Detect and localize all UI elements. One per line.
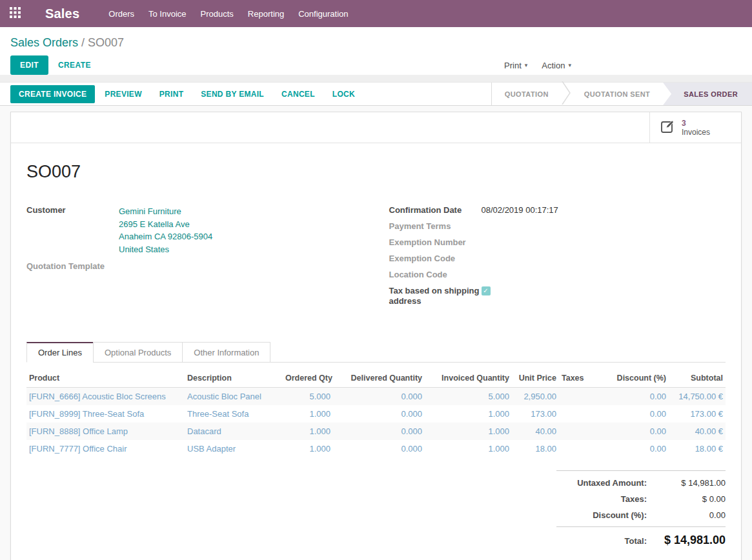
cell-unit-price: 173.00 [512,405,559,423]
button-box: 3 Invoices [11,112,741,143]
cell-ordered-qty: 1.000 [283,423,333,440]
col-discount: Discount (%) [601,369,669,388]
location-code-label: Location Code [389,270,482,280]
create-invoice-button[interactable]: CREATE INVOICE [10,85,95,103]
lock-button[interactable]: LOCK [325,85,363,103]
col-product: Product [26,369,185,388]
navbar-menu: Orders To Invoice Products Reporting Con… [101,0,355,27]
order-line-row[interactable]: [FURN_8888] Office Lamp Datacard 1.000 0… [26,423,726,440]
order-title: SO007 [26,162,726,182]
cell-delivered-qty: 0.000 [333,440,425,457]
tab-optional-products[interactable]: Optional Products [93,342,183,363]
cell-unit-price: 18.00 [512,440,559,457]
action-dropdown[interactable]: Action ▾ [542,61,571,70]
breadcrumb-sales-orders-link[interactable]: Sales Orders [10,36,78,49]
print-button[interactable]: PRINT [152,85,192,103]
cell-ordered-qty: 1.000 [283,405,333,423]
cell-unit-price: 2,950.00 [512,388,559,406]
invoices-stat-button[interactable]: 3 Invoices [649,112,741,143]
breadcrumb-current: SO007 [88,36,124,49]
total-label: Total: [556,536,664,546]
app-name[interactable]: Sales [45,6,79,21]
exemption-number-label: Exemption Number [389,237,482,248]
table-header-row: Product Description Ordered Qty Delivere… [26,369,726,388]
cell-product: [FURN_7777] Office Chair [26,440,185,457]
cell-invoiced-qty: 5.000 [425,388,512,406]
tab-other-information[interactable]: Other Information [182,342,270,363]
cell-description: Acoustic Bloc Panel [185,388,283,406]
cell-invoiced-qty: 1.000 [425,405,512,423]
status-pipeline: QUOTATION QUOTATION SENT SALES ORDER [491,83,752,105]
statusbar: CREATE INVOICE PREVIEW PRINT SEND BY EMA… [0,82,752,106]
cell-invoiced-qty: 1.000 [425,440,512,457]
customer-name-link[interactable]: Gemini Furniture [119,205,212,218]
col-ordered-qty: Ordered Qty [283,369,333,388]
top-navbar: Sales Orders To Invoice Products Reporti… [0,0,752,27]
apps-menu-button[interactable] [0,7,30,20]
cell-subtotal: 14,750.00 € [669,388,726,406]
create-button[interactable]: CREATE [48,55,101,75]
send-by-email-button[interactable]: SEND BY EMAIL [193,85,272,103]
cell-product: [FURN_8999] Three-Seat Sofa [26,405,185,423]
form-content: 3 Invoices SO007 Customer Gemini Furnitu… [0,106,752,560]
order-line-row[interactable]: [FURN_8999] Three-Seat Sofa Three-Seat S… [26,405,726,423]
confirmation-date-value: 08/02/2019 00:17:17 [482,205,558,215]
edit-button[interactable]: EDIT [10,55,48,75]
state-sales-order[interactable]: SALES ORDER [663,83,752,105]
nav-item-reporting[interactable]: Reporting [241,0,291,27]
cell-invoiced-qty: 1.000 [425,423,512,440]
customer-label: Customer [26,205,119,255]
customer-city-link[interactable]: Anaheim CA 92806-5904 [119,230,212,243]
order-line-row[interactable]: [FURN_7777] Office Chair USB Adapter 1.0… [26,440,726,457]
nav-item-configuration[interactable]: Configuration [291,0,355,27]
cancel-button[interactable]: CANCEL [274,85,323,103]
col-subtotal: Subtotal [669,369,726,388]
apps-grid-icon [10,7,21,20]
discount-value: 0.00 [664,510,726,520]
cell-subtotal: 18.00 € [669,440,726,457]
state-quotation-sent[interactable]: QUOTATION SENT [571,83,663,105]
form-sheet: 3 Invoices SO007 Customer Gemini Furnitu… [10,112,742,560]
cell-delivered-qty: 0.000 [333,388,425,406]
untaxed-amount-value: $ 14,981.00 [664,478,726,488]
payment-terms-label: Payment Terms [389,221,482,232]
cell-delivered-qty: 0.000 [333,423,425,440]
total-value: $ 14,981.00 [664,534,726,547]
preview-button[interactable]: PREVIEW [97,85,149,103]
cell-discount: 0.00 [601,405,669,423]
cell-description: Three-Seat Sofa [185,405,283,423]
cell-product: [FURN_8888] Office Lamp [26,423,185,440]
cell-product: [FURN_6666] Acoustic Bloc Screens [26,388,185,406]
cell-taxes [559,423,601,440]
action-dropdown-label: Action [542,61,565,70]
cell-ordered-qty: 1.000 [283,440,333,457]
edit-note-icon [660,119,675,136]
nav-item-products[interactable]: Products [194,0,241,27]
col-delivered-quantity: Delivered Quantity [333,369,425,388]
state-quotation[interactable]: QUOTATION [492,83,562,105]
checkmark-icon: ✓ [483,286,488,296]
customer-address: Gemini Furniture 2695 E Katella Ave Anah… [119,205,212,255]
quotation-template-label: Quotation Template [26,261,119,272]
untaxed-amount-label: Untaxed Amount: [556,478,664,488]
tax-shipping-checkbox[interactable]: ✓ [482,286,491,295]
cell-discount: 0.00 [601,440,669,457]
order-line-row[interactable]: [FURN_6666] Acoustic Bloc Screens Acoust… [26,388,726,406]
cell-taxes [559,440,601,457]
tax-shipping-label: Tax based on shipping address [389,286,482,306]
print-dropdown[interactable]: Print ▾ [504,61,527,70]
nav-item-orders[interactable]: Orders [101,0,141,27]
cell-subtotal: 40.00 € [669,423,726,440]
control-panel: Sales Orders / SO007 EDIT CREATE Print ▾… [0,27,752,75]
cell-description: USB Adapter [185,440,283,457]
col-taxes: Taxes [559,369,601,388]
cell-discount: 0.00 [601,423,669,440]
totals-block: Untaxed Amount: $ 14,981.00 Taxes: $ 0.0… [556,470,726,550]
taxes-label: Taxes: [556,494,664,504]
nav-item-to-invoice[interactable]: To Invoice [141,0,194,27]
customer-street-link[interactable]: 2695 E Katella Ave [119,218,212,231]
invoices-count: 3 [682,119,710,128]
invoices-label: Invoices [682,128,710,137]
tab-order-lines[interactable]: Order Lines [26,342,94,363]
customer-country-link[interactable]: United States [119,243,212,256]
